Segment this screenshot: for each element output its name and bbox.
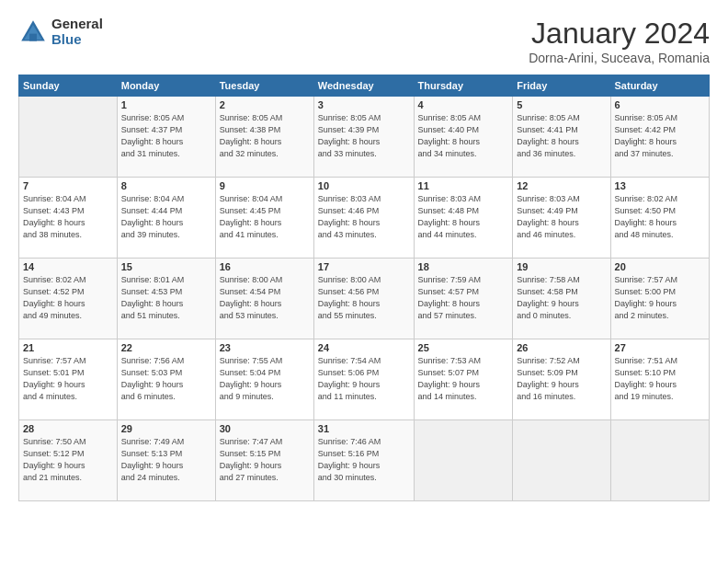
day-info: Sunrise: 8:05 AM Sunset: 4:40 PM Dayligh… (418, 112, 509, 160)
table-row (414, 420, 513, 501)
header-friday: Friday (513, 75, 610, 97)
table-row (513, 420, 610, 501)
table-row: 10Sunrise: 8:03 AM Sunset: 4:46 PM Dayli… (313, 178, 414, 259)
header: General Blue January 2024 Dorna-Arini, S… (18, 17, 710, 65)
table-row: 25Sunrise: 7:53 AM Sunset: 5:07 PM Dayli… (414, 339, 513, 420)
calendar-row-0: 1Sunrise: 8:05 AM Sunset: 4:37 PM Daylig… (19, 97, 710, 178)
day-number: 16 (220, 261, 310, 272)
day-info: Sunrise: 8:03 AM Sunset: 4:48 PM Dayligh… (418, 193, 509, 241)
day-number: 28 (23, 423, 113, 434)
day-number: 19 (517, 261, 606, 272)
day-info: Sunrise: 7:57 AM Sunset: 5:01 PM Dayligh… (23, 355, 113, 403)
day-number: 6 (615, 99, 705, 110)
logo-icon (18, 17, 48, 47)
table-row: 22Sunrise: 7:56 AM Sunset: 5:03 PM Dayli… (117, 339, 215, 420)
day-number: 8 (121, 180, 211, 191)
day-number: 12 (517, 180, 606, 191)
day-info: Sunrise: 8:04 AM Sunset: 4:45 PM Dayligh… (220, 193, 310, 241)
header-thursday: Thursday (414, 75, 513, 97)
day-number: 23 (220, 342, 310, 353)
day-number: 18 (418, 261, 509, 272)
table-row: 29Sunrise: 7:49 AM Sunset: 5:13 PM Dayli… (117, 420, 215, 501)
logo-blue: Blue (51, 32, 103, 48)
logo-text: General Blue (51, 17, 103, 47)
day-number: 15 (121, 261, 211, 272)
calendar-table: Sunday Monday Tuesday Wednesday Thursday… (18, 75, 710, 501)
day-number: 4 (418, 99, 509, 110)
header-wednesday: Wednesday (313, 75, 414, 97)
day-info: Sunrise: 7:54 AM Sunset: 5:06 PM Dayligh… (318, 355, 410, 403)
title-block: January 2024 Dorna-Arini, Suceava, Roman… (529, 17, 710, 65)
table-row: 4Sunrise: 8:05 AM Sunset: 4:40 PM Daylig… (414, 97, 513, 178)
header-tuesday: Tuesday (215, 75, 313, 97)
table-row: 9Sunrise: 8:04 AM Sunset: 4:45 PM Daylig… (215, 178, 313, 259)
table-row: 13Sunrise: 8:02 AM Sunset: 4:50 PM Dayli… (610, 178, 709, 259)
day-number: 20 (615, 261, 705, 272)
day-info: Sunrise: 7:59 AM Sunset: 4:57 PM Dayligh… (418, 274, 509, 322)
day-number: 2 (220, 99, 310, 110)
day-info: Sunrise: 8:05 AM Sunset: 4:39 PM Dayligh… (318, 112, 410, 160)
day-info: Sunrise: 7:49 AM Sunset: 5:13 PM Dayligh… (121, 436, 211, 484)
day-number: 22 (121, 342, 211, 353)
logo-general: General (51, 17, 103, 32)
table-row: 24Sunrise: 7:54 AM Sunset: 5:06 PM Dayli… (313, 339, 414, 420)
table-row: 27Sunrise: 7:51 AM Sunset: 5:10 PM Dayli… (610, 339, 709, 420)
table-row: 21Sunrise: 7:57 AM Sunset: 5:01 PM Dayli… (19, 339, 118, 420)
day-info: Sunrise: 7:50 AM Sunset: 5:12 PM Dayligh… (23, 436, 113, 484)
day-number: 10 (318, 180, 410, 191)
day-info: Sunrise: 8:02 AM Sunset: 4:52 PM Dayligh… (23, 274, 113, 322)
day-info: Sunrise: 7:56 AM Sunset: 5:03 PM Dayligh… (121, 355, 211, 403)
table-row: 19Sunrise: 7:58 AM Sunset: 4:58 PM Dayli… (513, 259, 610, 339)
table-row: 14Sunrise: 8:02 AM Sunset: 4:52 PM Dayli… (19, 259, 118, 339)
page: General Blue January 2024 Dorna-Arini, S… (0, 0, 728, 563)
day-info: Sunrise: 8:03 AM Sunset: 4:49 PM Dayligh… (517, 193, 606, 241)
table-row: 8Sunrise: 8:04 AM Sunset: 4:44 PM Daylig… (117, 178, 215, 259)
day-info: Sunrise: 8:02 AM Sunset: 4:50 PM Dayligh… (615, 193, 705, 241)
calendar-row-2: 14Sunrise: 8:02 AM Sunset: 4:52 PM Dayli… (19, 259, 710, 339)
day-info: Sunrise: 8:05 AM Sunset: 4:42 PM Dayligh… (615, 112, 705, 160)
table-row: 15Sunrise: 8:01 AM Sunset: 4:53 PM Dayli… (117, 259, 215, 339)
table-row (19, 97, 118, 178)
calendar-row-1: 7Sunrise: 8:04 AM Sunset: 4:43 PM Daylig… (19, 178, 710, 259)
day-info: Sunrise: 8:03 AM Sunset: 4:46 PM Dayligh… (318, 193, 410, 241)
table-row: 5Sunrise: 8:05 AM Sunset: 4:41 PM Daylig… (513, 97, 610, 178)
day-number: 25 (418, 342, 509, 353)
table-row (610, 420, 709, 501)
day-info: Sunrise: 8:01 AM Sunset: 4:53 PM Dayligh… (121, 274, 211, 322)
day-number: 30 (220, 423, 310, 434)
day-number: 26 (517, 342, 606, 353)
day-number: 14 (23, 261, 113, 272)
day-number: 1 (121, 99, 211, 110)
day-info: Sunrise: 7:52 AM Sunset: 5:09 PM Dayligh… (517, 355, 606, 403)
calendar-row-4: 28Sunrise: 7:50 AM Sunset: 5:12 PM Dayli… (19, 420, 710, 501)
day-info: Sunrise: 8:05 AM Sunset: 4:38 PM Dayligh… (220, 112, 310, 160)
month-title: January 2024 (529, 17, 710, 51)
day-info: Sunrise: 7:51 AM Sunset: 5:10 PM Dayligh… (615, 355, 705, 403)
day-info: Sunrise: 7:47 AM Sunset: 5:15 PM Dayligh… (220, 436, 310, 484)
table-row: 16Sunrise: 8:00 AM Sunset: 4:54 PM Dayli… (215, 259, 313, 339)
table-row: 6Sunrise: 8:05 AM Sunset: 4:42 PM Daylig… (610, 97, 709, 178)
day-number: 11 (418, 180, 509, 191)
table-row: 18Sunrise: 7:59 AM Sunset: 4:57 PM Dayli… (414, 259, 513, 339)
day-number: 24 (318, 342, 410, 353)
table-row: 23Sunrise: 7:55 AM Sunset: 5:04 PM Dayli… (215, 339, 313, 420)
table-row: 2Sunrise: 8:05 AM Sunset: 4:38 PM Daylig… (215, 97, 313, 178)
header-monday: Monday (117, 75, 215, 97)
day-number: 31 (318, 423, 410, 434)
day-info: Sunrise: 8:04 AM Sunset: 4:43 PM Dayligh… (23, 193, 113, 241)
day-info: Sunrise: 8:00 AM Sunset: 4:56 PM Dayligh… (318, 274, 410, 322)
day-number: 21 (23, 342, 113, 353)
day-info: Sunrise: 7:58 AM Sunset: 4:58 PM Dayligh… (517, 274, 606, 322)
location: Dorna-Arini, Suceava, Romania (529, 51, 710, 65)
day-info: Sunrise: 8:04 AM Sunset: 4:44 PM Dayligh… (121, 193, 211, 241)
logo: General Blue (18, 17, 103, 47)
table-row: 17Sunrise: 8:00 AM Sunset: 4:56 PM Dayli… (313, 259, 414, 339)
day-number: 5 (517, 99, 606, 110)
table-row: 7Sunrise: 8:04 AM Sunset: 4:43 PM Daylig… (19, 178, 118, 259)
day-number: 29 (121, 423, 211, 434)
day-info: Sunrise: 7:53 AM Sunset: 5:07 PM Dayligh… (418, 355, 509, 403)
day-info: Sunrise: 7:57 AM Sunset: 5:00 PM Dayligh… (615, 274, 705, 322)
weekday-header-row: Sunday Monday Tuesday Wednesday Thursday… (19, 75, 710, 97)
table-row: 28Sunrise: 7:50 AM Sunset: 5:12 PM Dayli… (19, 420, 118, 501)
calendar-row-3: 21Sunrise: 7:57 AM Sunset: 5:01 PM Dayli… (19, 339, 710, 420)
